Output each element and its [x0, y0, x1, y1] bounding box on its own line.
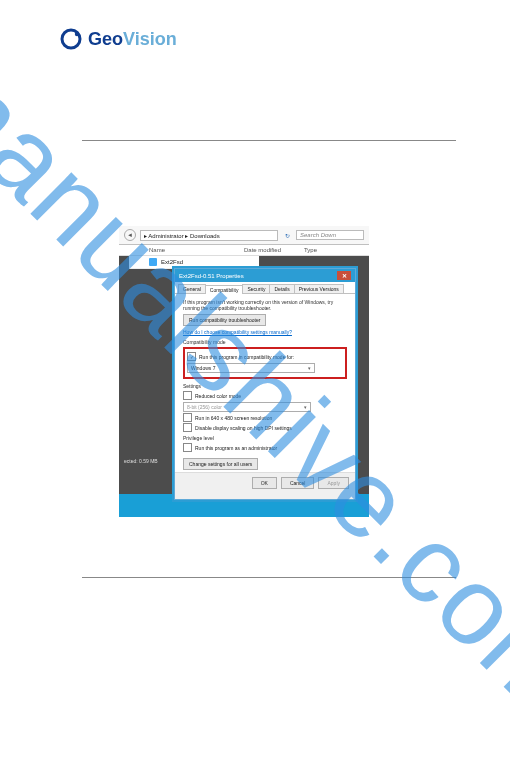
svg-point-1: [75, 32, 79, 36]
brand-logo: GeoVision: [60, 28, 177, 50]
breadcrumb-path[interactable]: ▸ Administrator ▸ Downloads: [140, 230, 278, 241]
divider-bottom: [82, 577, 456, 578]
resolution-checkbox[interactable]: [183, 413, 192, 422]
color-mode-value: 8-bit (256) color: [187, 404, 222, 410]
dialog-title-text: Ext2Fsd-0.51 Properties: [179, 273, 244, 279]
explorer-toolbar: ◄ ▸ Administrator ▸ Downloads ↻ Search D…: [119, 226, 369, 245]
change-all-users-button[interactable]: Change settings for all users: [183, 458, 258, 470]
group-privilege: Privilege level: [183, 435, 347, 441]
help-text: If this program isn't working correctly …: [183, 299, 347, 311]
back-icon[interactable]: ◄: [124, 229, 136, 241]
tab-general[interactable]: General: [178, 284, 206, 293]
dialog-body: If this program isn't working correctly …: [175, 294, 355, 472]
run-admin-label: Run this program as an administrator: [195, 445, 277, 451]
reduced-color-label: Reduced color mode: [195, 393, 241, 399]
logo-mark-icon: [60, 28, 82, 50]
tab-previous-versions[interactable]: Previous Versions: [294, 284, 344, 293]
dialog-titlebar[interactable]: Ext2Fsd-0.51 Properties ✕: [175, 269, 355, 282]
cancel-button[interactable]: Cancel: [281, 477, 315, 489]
col-name[interactable]: Name: [149, 247, 244, 253]
group-settings: Settings: [183, 383, 347, 389]
col-type[interactable]: Type: [304, 247, 344, 253]
resolution-label: Run in 640 x 480 screen resolution: [195, 415, 272, 421]
compat-mode-select[interactable]: Windows 7 ▾: [187, 363, 315, 373]
properties-dialog: Ext2Fsd-0.51 Properties ✕ General Compat…: [174, 268, 356, 500]
screenshot-frame: ◄ ▸ Administrator ▸ Downloads ↻ Search D…: [119, 226, 369, 517]
file-icon: [149, 258, 157, 266]
run-admin-checkbox[interactable]: [183, 443, 192, 452]
group-compat-mode: Compatibility mode: [183, 339, 347, 345]
logo-text: GeoVision: [88, 29, 177, 50]
compat-mode-label: Run this program in compatibility mode f…: [199, 354, 294, 360]
column-headers: Name Date modified Type: [119, 245, 369, 256]
dpi-scaling-checkbox[interactable]: [183, 423, 192, 432]
tab-compatibility[interactable]: Compatibility: [205, 285, 244, 294]
compat-mode-checkbox[interactable]: [187, 352, 196, 361]
apply-button[interactable]: Apply: [318, 477, 349, 489]
file-area: Ext2Fsd Ext2Fsd-0.51 Properties ✕ Genera…: [119, 256, 369, 494]
color-mode-select: 8-bit (256) color ▾: [183, 402, 311, 412]
highlight-box: Run this program in compatibility mode f…: [183, 347, 347, 379]
search-input[interactable]: Search Down: [296, 230, 364, 240]
close-icon[interactable]: ✕: [337, 271, 351, 280]
file-label: Ext2Fsd: [161, 259, 183, 265]
help-link[interactable]: How do I choose compatibility settings m…: [183, 329, 347, 335]
tab-strip: General Compatibility Security Details P…: [175, 282, 355, 294]
chevron-down-icon: ▾: [308, 365, 311, 371]
ok-button[interactable]: OK: [252, 477, 277, 489]
chevron-down-icon: ▾: [304, 404, 307, 410]
reduced-color-checkbox[interactable]: [183, 391, 192, 400]
refresh-icon[interactable]: ↻: [282, 230, 292, 240]
run-troubleshooter-button[interactable]: Run compatibility troubleshooter: [183, 314, 266, 326]
tab-security[interactable]: Security: [242, 284, 270, 293]
compat-mode-value: Windows 7: [191, 365, 215, 371]
dpi-scaling-label: Disable display scaling on high DPI sett…: [195, 425, 292, 431]
divider-top: [82, 140, 456, 141]
col-date[interactable]: Date modified: [244, 247, 304, 253]
dialog-button-row: OK Cancel Apply: [175, 472, 355, 493]
tab-details[interactable]: Details: [269, 284, 294, 293]
status-line: ected: 0.59 MB: [124, 458, 158, 464]
